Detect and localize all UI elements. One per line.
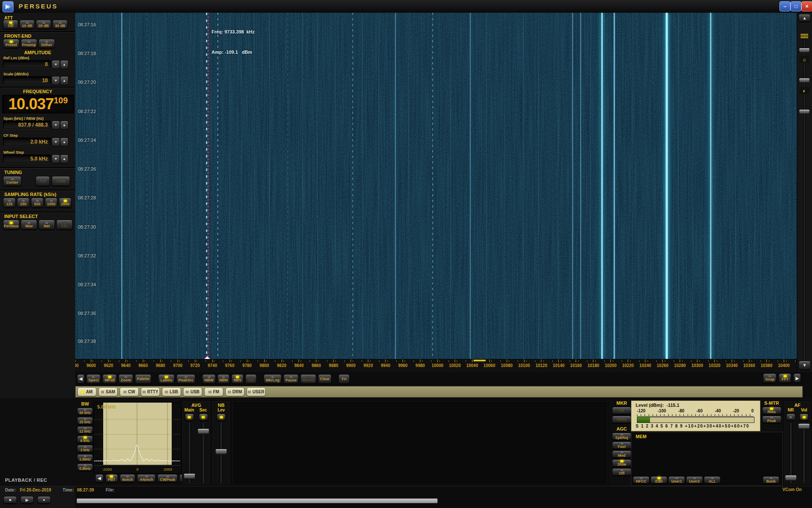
att-button[interactable]: 20 dB bbox=[36, 20, 51, 29]
pbt-button[interactable]: CWPeak bbox=[157, 474, 178, 483]
front-end-button[interactable]: Presel bbox=[3, 39, 19, 48]
input-select-button[interactable]: Perseus bbox=[3, 220, 19, 230]
wheel-step-field[interactable]: 5.0 kHz bbox=[3, 155, 51, 163]
att-button[interactable]: 10 dB bbox=[19, 20, 35, 29]
slider-thumb[interactable] bbox=[184, 474, 195, 479]
mkr-button[interactable]: Clr bbox=[612, 407, 631, 414]
slider-thumb[interactable] bbox=[216, 449, 227, 455]
bw-button[interactable]: 25 kHz bbox=[77, 417, 93, 425]
pbt-button[interactable]: Notch bbox=[120, 474, 136, 483]
att-button[interactable]: Off bbox=[3, 20, 18, 29]
toolbar-right-arrow-button[interactable]: ▶ bbox=[793, 373, 801, 383]
toolbar-button[interactable]: Zoom bbox=[118, 374, 133, 384]
sampling-rate-button[interactable]: 250 bbox=[17, 198, 30, 208]
memory-db-button[interactable]: ALL bbox=[704, 476, 721, 484]
span-field[interactable]: 837.9 / 488.3 bbox=[3, 121, 51, 129]
avg-toggle-button[interactable] bbox=[185, 414, 194, 421]
mode-button[interactable]: RTTY bbox=[141, 387, 160, 396]
sampling-rate-button[interactable]: 1000 bbox=[45, 198, 58, 208]
cf-step-up-button[interactable]: ▲ bbox=[60, 138, 69, 146]
slider-thumb[interactable] bbox=[785, 475, 796, 481]
span-down-button[interactable]: ▼ bbox=[52, 121, 60, 130]
mode-button[interactable]: USER bbox=[247, 387, 266, 396]
toolbar-button[interactable]: NBN bbox=[217, 374, 230, 384]
smtr-button[interactable]: Rms bbox=[762, 407, 782, 414]
memory-db-button[interactable]: User1 bbox=[668, 476, 685, 484]
agc-button[interactable]: Med bbox=[612, 450, 631, 458]
input-select-button[interactable]: Wav bbox=[21, 220, 37, 230]
front-end-button[interactable]: Dither bbox=[38, 39, 55, 48]
mode-button[interactable]: SAM bbox=[99, 387, 118, 396]
smtr-button[interactable]: Peak bbox=[762, 416, 782, 423]
ref-lev-down-button[interactable]: ▼ bbox=[52, 60, 60, 69]
cf-step-field[interactable]: 2.0 kHz bbox=[3, 138, 51, 146]
transport-button[interactable]: ● bbox=[37, 496, 51, 504]
scroll-up-button[interactable]: ▲ bbox=[798, 14, 811, 22]
memory-db-button[interactable]: User2 bbox=[686, 476, 703, 484]
toolbar-button[interactable]: MHold bbox=[300, 374, 316, 384]
agc-button[interactable]: Fast bbox=[612, 442, 631, 449]
scale-down-button[interactable]: ▼ bbox=[52, 76, 60, 85]
agc-button[interactable]: Off bbox=[612, 468, 631, 476]
mode-button[interactable]: LSB bbox=[162, 387, 181, 396]
frequency-display[interactable]: 10.037109 bbox=[2, 95, 74, 113]
sampling-rate-button[interactable]: 125 bbox=[3, 198, 16, 208]
toolbar-button[interactable]: Palette bbox=[135, 374, 152, 384]
transport-button[interactable]: ■ bbox=[3, 496, 17, 504]
window-control-button[interactable]: – bbox=[779, 1, 790, 11]
bw-button[interactable]: 1.6kHz bbox=[77, 454, 93, 462]
front-end-button[interactable]: Preamp bbox=[21, 39, 37, 48]
toolbar-button[interactable]: Pause bbox=[283, 374, 299, 384]
bw-button[interactable]: 6 kHz bbox=[77, 436, 93, 443]
ref-lev-field[interactable]: 0 bbox=[3, 60, 51, 68]
scale-up-button[interactable]: ▲ bbox=[60, 76, 69, 85]
filter-display[interactable]: 5.00 kHz -200002000 bbox=[93, 402, 181, 474]
window-control-button[interactable]: □ bbox=[790, 1, 801, 11]
toolbar-button[interactable]: PeakSrc bbox=[176, 374, 196, 384]
tuning-button[interactable]: Center bbox=[3, 176, 22, 186]
memory-db-button[interactable]: EiBi bbox=[650, 476, 667, 484]
toolbar-button[interactable]: WFall bbox=[102, 374, 117, 384]
wheel-step-up-button[interactable]: ▲ bbox=[60, 155, 69, 163]
af-toggle-button[interactable] bbox=[786, 414, 796, 421]
contrast-slider-thumb[interactable] bbox=[799, 110, 809, 114]
att-button[interactable]: 30 dB bbox=[52, 20, 68, 29]
nb-toggle-button[interactable] bbox=[217, 414, 226, 421]
span-up-button[interactable]: ▲ bbox=[60, 121, 69, 130]
window-control-button[interactable]: × bbox=[801, 1, 812, 11]
slider-thumb[interactable] bbox=[798, 424, 809, 429]
toolbar-button[interactable]: Clear bbox=[318, 374, 332, 384]
bw-button[interactable]: 0.8kHz bbox=[77, 464, 93, 471]
playback-seekbar[interactable] bbox=[77, 498, 438, 503]
toolbar-left-arrow-button[interactable]: ◀ bbox=[77, 374, 85, 384]
toolbar-button[interactable]: Labels bbox=[158, 374, 175, 384]
cf-step-down-button[interactable]: ▼ bbox=[52, 138, 60, 146]
avg-toggle-button[interactable] bbox=[199, 414, 208, 421]
af-toggle-button[interactable] bbox=[799, 414, 809, 421]
bw-button[interactable]: 50 kHz bbox=[77, 408, 93, 415]
toolbar-button[interactable]: NBW bbox=[202, 374, 216, 384]
memory-db-button[interactable]: HFCC bbox=[633, 476, 650, 484]
mode-button[interactable]: USB bbox=[183, 387, 202, 396]
toolbar-button[interactable]: NBV bbox=[231, 374, 244, 384]
input-select-button[interactable]: File bbox=[56, 220, 73, 230]
tuning-button[interactable]: Calib bbox=[52, 176, 70, 186]
mkr-button[interactable]: Delta bbox=[612, 416, 631, 423]
pbt-button[interactable]: PBT bbox=[105, 474, 118, 483]
bank-button[interactable]: Bank bbox=[763, 476, 779, 484]
speed-slider-thumb[interactable] bbox=[799, 48, 809, 53]
toolbar-button[interactable]: MkrLog bbox=[263, 374, 282, 384]
frequency-axis[interactable]: 9580960096209640966096809700972097409760… bbox=[75, 359, 797, 372]
input-select-button[interactable]: Net bbox=[38, 220, 55, 230]
bw-button[interactable]: 12 kHz bbox=[77, 426, 93, 434]
mode-button[interactable]: FM bbox=[204, 387, 223, 396]
sampling-rate-button[interactable]: 500 bbox=[31, 198, 44, 208]
mode-button[interactable]: DRM bbox=[225, 387, 244, 396]
wheel-step-down-button[interactable]: ▼ bbox=[52, 155, 60, 163]
mode-button[interactable]: AM bbox=[77, 387, 96, 396]
waterfall-display[interactable]: 08:27:1608:27:1808:27:2008:27:2208:27:24… bbox=[75, 13, 797, 359]
brightness-slider-thumb[interactable] bbox=[799, 78, 809, 83]
sampling-rate-button[interactable]: 2000 bbox=[59, 198, 71, 208]
tuning-button[interactable]: Cal bbox=[36, 176, 50, 186]
agc-button[interactable]: Slow bbox=[612, 459, 631, 467]
